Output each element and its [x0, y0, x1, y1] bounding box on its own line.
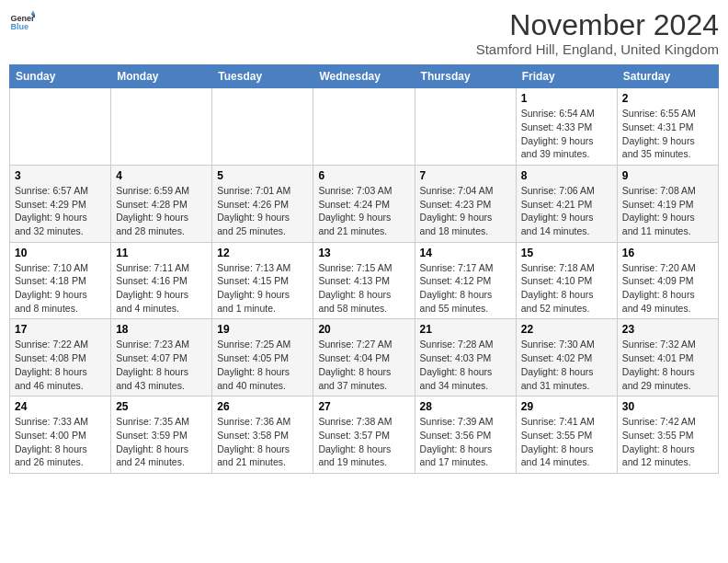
- day-info: Sunrise: 7:30 AM Sunset: 4:02 PM Dayligh…: [521, 338, 612, 392]
- calendar-header: SundayMondayTuesdayWednesdayThursdayFrid…: [10, 65, 719, 88]
- day-number: 26: [217, 400, 308, 413]
- weekday-header: Saturday: [617, 65, 718, 88]
- day-number: 11: [116, 247, 207, 259]
- day-info: Sunrise: 7:39 AM Sunset: 3:56 PM Dayligh…: [420, 415, 511, 469]
- calendar-cell: 4Sunrise: 6:59 AM Sunset: 4:28 PM Daylig…: [111, 165, 212, 242]
- day-number: 20: [318, 323, 409, 336]
- day-info: Sunrise: 7:23 AM Sunset: 4:07 PM Dayligh…: [116, 338, 207, 392]
- day-info: Sunrise: 7:15 AM Sunset: 4:13 PM Dayligh…: [318, 261, 409, 316]
- day-info: Sunrise: 7:17 AM Sunset: 4:12 PM Dayligh…: [420, 261, 511, 316]
- day-info: Sunrise: 7:01 AM Sunset: 4:26 PM Dayligh…: [217, 184, 308, 238]
- day-number: 22: [521, 323, 612, 336]
- day-number: 4: [116, 169, 207, 182]
- calendar-cell: 6Sunrise: 7:03 AM Sunset: 4:24 PM Daylig…: [313, 165, 415, 242]
- day-number: 16: [622, 247, 713, 259]
- subtitle: Stamford Hill, England, United Kingdom: [476, 41, 719, 57]
- calendar-cell: 27Sunrise: 7:38 AM Sunset: 3:57 PM Dayli…: [313, 396, 415, 474]
- calendar-cell: 30Sunrise: 7:42 AM Sunset: 3:55 PM Dayli…: [617, 396, 718, 474]
- title-area: November 2024 Stamford Hill, England, Un…: [476, 9, 719, 57]
- calendar-cell: 20Sunrise: 7:27 AM Sunset: 4:04 PM Dayli…: [313, 319, 415, 396]
- day-info: Sunrise: 7:08 AM Sunset: 4:19 PM Dayligh…: [622, 184, 713, 238]
- calendar-cell: 7Sunrise: 7:04 AM Sunset: 4:23 PM Daylig…: [415, 165, 516, 242]
- day-number: 7: [420, 169, 511, 182]
- day-info: Sunrise: 6:57 AM Sunset: 4:29 PM Dayligh…: [15, 184, 106, 238]
- day-number: 28: [420, 400, 511, 413]
- calendar-cell: 10Sunrise: 7:10 AM Sunset: 4:18 PM Dayli…: [10, 242, 111, 319]
- svg-text:Blue: Blue: [10, 22, 28, 31]
- day-info: Sunrise: 7:41 AM Sunset: 3:55 PM Dayligh…: [521, 415, 612, 469]
- day-info: Sunrise: 7:20 AM Sunset: 4:09 PM Dayligh…: [622, 261, 713, 316]
- calendar-cell: [10, 88, 111, 166]
- calendar-cell: 16Sunrise: 7:20 AM Sunset: 4:09 PM Dayli…: [617, 242, 718, 319]
- calendar-body: 1Sunrise: 6:54 AM Sunset: 4:33 PM Daylig…: [10, 88, 719, 474]
- day-info: Sunrise: 7:32 AM Sunset: 4:01 PM Dayligh…: [622, 338, 713, 392]
- calendar-cell: 2Sunrise: 6:55 AM Sunset: 4:31 PM Daylig…: [617, 88, 718, 166]
- day-number: 1: [521, 92, 612, 105]
- calendar-cell: 22Sunrise: 7:30 AM Sunset: 4:02 PM Dayli…: [516, 319, 617, 396]
- weekday-header: Monday: [111, 65, 212, 88]
- calendar-cell: 29Sunrise: 7:41 AM Sunset: 3:55 PM Dayli…: [516, 396, 617, 474]
- day-number: 5: [217, 169, 308, 182]
- day-number: 2: [622, 92, 713, 105]
- day-info: Sunrise: 7:38 AM Sunset: 3:57 PM Dayligh…: [318, 415, 409, 469]
- day-number: 12: [217, 247, 308, 259]
- day-info: Sunrise: 7:28 AM Sunset: 4:03 PM Dayligh…: [420, 338, 511, 392]
- day-info: Sunrise: 7:36 AM Sunset: 3:58 PM Dayligh…: [217, 415, 308, 469]
- main-title: November 2024: [476, 9, 719, 41]
- svg-marker-2: [31, 10, 35, 14]
- calendar-cell: 3Sunrise: 6:57 AM Sunset: 4:29 PM Daylig…: [10, 165, 111, 242]
- calendar-cell: 21Sunrise: 7:28 AM Sunset: 4:03 PM Dayli…: [415, 319, 516, 396]
- calendar-cell: 15Sunrise: 7:18 AM Sunset: 4:10 PM Dayli…: [516, 242, 617, 319]
- day-number: 30: [622, 400, 713, 413]
- calendar-cell: 28Sunrise: 7:39 AM Sunset: 3:56 PM Dayli…: [415, 396, 516, 474]
- calendar-cell: 13Sunrise: 7:15 AM Sunset: 4:13 PM Dayli…: [313, 242, 415, 319]
- day-number: 14: [420, 247, 511, 259]
- logo: General Blue: [9, 9, 35, 35]
- day-info: Sunrise: 7:25 AM Sunset: 4:05 PM Dayligh…: [217, 338, 308, 392]
- day-number: 13: [318, 247, 409, 259]
- day-number: 29: [521, 400, 612, 413]
- day-number: 25: [116, 400, 207, 413]
- day-number: 6: [318, 169, 409, 182]
- day-number: 9: [622, 169, 713, 182]
- calendar-cell: 8Sunrise: 7:06 AM Sunset: 4:21 PM Daylig…: [516, 165, 617, 242]
- weekday-header: Friday: [516, 65, 617, 88]
- day-number: 15: [521, 247, 612, 259]
- svg-text:General: General: [10, 14, 35, 23]
- weekday-header: Wednesday: [313, 65, 415, 88]
- calendar-cell: 11Sunrise: 7:11 AM Sunset: 4:16 PM Dayli…: [111, 242, 212, 319]
- day-number: 10: [15, 247, 106, 259]
- calendar-cell: 12Sunrise: 7:13 AM Sunset: 4:15 PM Dayli…: [212, 242, 313, 319]
- calendar-cell: 1Sunrise: 6:54 AM Sunset: 4:33 PM Daylig…: [516, 88, 617, 166]
- day-info: Sunrise: 7:10 AM Sunset: 4:18 PM Dayligh…: [15, 261, 106, 316]
- calendar-cell: 19Sunrise: 7:25 AM Sunset: 4:05 PM Dayli…: [212, 319, 313, 396]
- day-info: Sunrise: 7:13 AM Sunset: 4:15 PM Dayligh…: [217, 261, 308, 316]
- calendar-cell: 9Sunrise: 7:08 AM Sunset: 4:19 PM Daylig…: [617, 165, 718, 242]
- logo-icon: General Blue: [9, 9, 35, 35]
- day-info: Sunrise: 7:03 AM Sunset: 4:24 PM Dayligh…: [318, 184, 409, 238]
- day-number: 8: [521, 169, 612, 182]
- day-number: 21: [420, 323, 511, 336]
- day-number: 24: [15, 400, 106, 413]
- day-info: Sunrise: 6:59 AM Sunset: 4:28 PM Dayligh…: [116, 184, 207, 238]
- day-info: Sunrise: 7:04 AM Sunset: 4:23 PM Dayligh…: [420, 184, 511, 238]
- day-info: Sunrise: 7:27 AM Sunset: 4:04 PM Dayligh…: [318, 338, 409, 392]
- day-info: Sunrise: 7:35 AM Sunset: 3:59 PM Dayligh…: [116, 415, 207, 469]
- day-number: 27: [318, 400, 409, 413]
- day-info: Sunrise: 6:54 AM Sunset: 4:33 PM Dayligh…: [521, 107, 612, 161]
- calendar-cell: [111, 88, 212, 166]
- weekday-header: Tuesday: [212, 65, 313, 88]
- day-info: Sunrise: 7:22 AM Sunset: 4:08 PM Dayligh…: [15, 338, 106, 392]
- day-number: 17: [15, 323, 106, 336]
- day-info: Sunrise: 7:18 AM Sunset: 4:10 PM Dayligh…: [521, 261, 612, 316]
- weekday-header: Thursday: [415, 65, 516, 88]
- calendar-table: SundayMondayTuesdayWednesdayThursdayFrid…: [9, 64, 719, 474]
- day-number: 3: [15, 169, 106, 182]
- calendar-cell: 23Sunrise: 7:32 AM Sunset: 4:01 PM Dayli…: [617, 319, 718, 396]
- calendar-cell: 24Sunrise: 7:33 AM Sunset: 4:00 PM Dayli…: [10, 396, 111, 474]
- calendar-cell: 26Sunrise: 7:36 AM Sunset: 3:58 PM Dayli…: [212, 396, 313, 474]
- day-number: 18: [116, 323, 207, 336]
- calendar-cell: 17Sunrise: 7:22 AM Sunset: 4:08 PM Dayli…: [10, 319, 111, 396]
- day-number: 23: [622, 323, 713, 336]
- calendar-cell: 25Sunrise: 7:35 AM Sunset: 3:59 PM Dayli…: [111, 396, 212, 474]
